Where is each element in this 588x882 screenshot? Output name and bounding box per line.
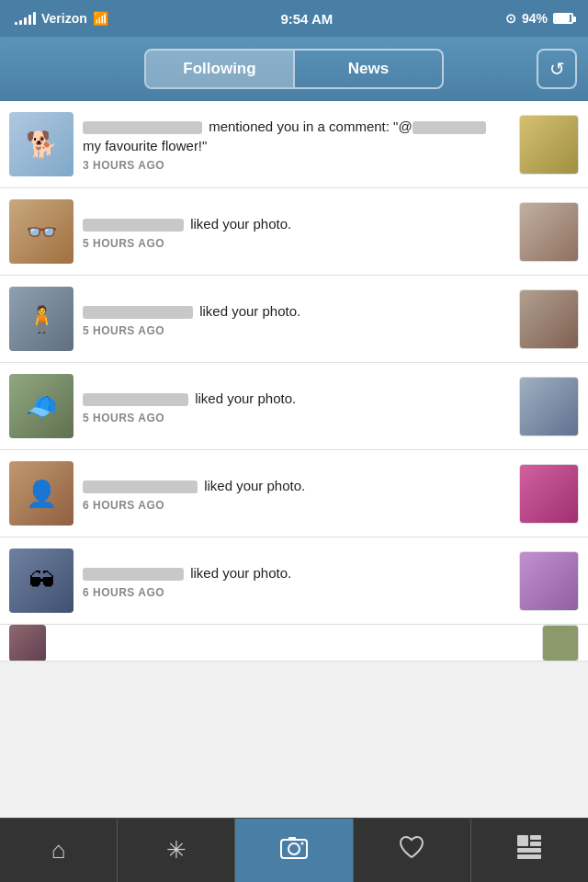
notification-text: liked your photo. xyxy=(83,301,510,321)
status-left: Verizon 📶 xyxy=(15,11,108,26)
status-time: 9:54 AM xyxy=(280,11,333,27)
nav-home[interactable]: ⌂ xyxy=(0,819,117,882)
notification-item[interactable]: 🧢 liked your photo. 5 HOURS AGO xyxy=(0,363,588,450)
notification-content: mentioned you in a comment: "@ my favour… xyxy=(83,117,510,172)
username-blur xyxy=(83,219,184,232)
camera-icon xyxy=(279,832,309,868)
notification-item[interactable]: 🐕 mentioned you in a comment: "@ my favo… xyxy=(0,101,588,188)
notification-content: liked your photo. 5 HOURS AGO xyxy=(83,301,510,337)
bottom-nav: ⌂ ✳ xyxy=(0,818,588,882)
notification-text: liked your photo. xyxy=(83,476,510,495)
notification-feed: 🐕 mentioned you in a comment: "@ my favo… xyxy=(0,101,588,818)
photo-thumbnail[interactable] xyxy=(519,377,579,436)
photo-thumbnail[interactable] xyxy=(519,202,579,262)
explore-icon: ✳ xyxy=(166,836,187,865)
photo-thumbnail[interactable] xyxy=(519,289,579,349)
notification-text: mentioned you in a comment: "@ my favour… xyxy=(83,117,510,155)
nav-explore[interactable]: ✳ xyxy=(118,819,234,882)
notification-content: liked your photo. 6 HOURS AGO xyxy=(83,563,510,599)
carrier-label: Verizon xyxy=(41,11,87,26)
username-blur xyxy=(83,121,202,134)
nav-activity[interactable] xyxy=(354,819,470,882)
nav-camera[interactable] xyxy=(235,819,352,882)
battery-icon xyxy=(553,13,573,24)
username-blur-2 xyxy=(413,121,486,134)
notification-text: liked your photo. xyxy=(83,563,510,582)
notification-text: liked your photo. xyxy=(83,389,510,408)
profile-icon xyxy=(515,833,543,867)
notification-item[interactable]: 🧍 liked your photo. 5 HOURS AGO xyxy=(0,276,588,363)
refresh-icon: ↺ xyxy=(549,58,565,80)
photo-thumbnail[interactable] xyxy=(519,464,579,524)
heart-icon xyxy=(398,833,425,867)
svg-rect-7 xyxy=(517,848,541,853)
tab-group: Following News xyxy=(144,49,444,89)
notification-timestamp: 3 HOURS AGO xyxy=(83,159,510,172)
notification-timestamp: 5 HOURS AGO xyxy=(83,324,510,337)
avatar xyxy=(9,625,46,662)
refresh-button[interactable]: ↺ xyxy=(537,49,577,89)
notification-timestamp: 6 HOURS AGO xyxy=(83,586,510,599)
svg-point-3 xyxy=(301,842,304,845)
avatar: 🧍 xyxy=(9,287,74,351)
notification-item[interactable] xyxy=(0,625,588,662)
notification-timestamp: 5 HOURS AGO xyxy=(83,237,510,250)
avatar: 🧢 xyxy=(9,374,74,438)
avatar: 👓 xyxy=(9,199,74,264)
header: Following News ↺ xyxy=(0,37,588,101)
username-blur xyxy=(83,306,193,319)
notification-text: liked your photo. xyxy=(83,214,510,233)
username-blur xyxy=(83,393,188,406)
notification-item[interactable]: 👓 liked your photo. 5 HOURS AGO xyxy=(0,188,588,276)
nav-profile[interactable] xyxy=(471,819,588,882)
tab-following[interactable]: Following xyxy=(146,51,293,87)
svg-rect-6 xyxy=(530,842,541,846)
username-blur xyxy=(83,481,198,493)
notification-content: liked your photo. 5 HOURS AGO xyxy=(83,389,510,424)
tab-news[interactable]: News xyxy=(295,51,442,87)
svg-point-1 xyxy=(288,843,300,854)
avatar: 👤 xyxy=(9,461,74,526)
photo-thumbnail[interactable] xyxy=(519,551,579,611)
battery-percent: 94% xyxy=(522,11,548,26)
photo-thumbnail[interactable] xyxy=(519,115,579,175)
avatar: 🕶 xyxy=(9,548,74,613)
svg-rect-2 xyxy=(288,837,296,841)
notification-content: liked your photo. 6 HOURS AGO xyxy=(83,476,510,512)
status-bar: Verizon 📶 9:54 AM ⊙ 94% xyxy=(0,0,588,37)
status-right: ⊙ 94% xyxy=(505,11,573,26)
notification-content: liked your photo. 5 HOURS AGO xyxy=(83,214,510,250)
home-icon: ⌂ xyxy=(51,836,66,865)
lock-icon: ⊙ xyxy=(505,11,516,26)
wifi-icon: 📶 xyxy=(93,11,108,26)
svg-rect-4 xyxy=(517,835,528,846)
photo-thumbnail xyxy=(542,625,579,662)
svg-rect-8 xyxy=(517,854,541,859)
svg-rect-5 xyxy=(530,835,541,840)
notification-timestamp: 5 HOURS AGO xyxy=(83,412,510,424)
signal-icon xyxy=(15,12,36,25)
notification-timestamp: 6 HOURS AGO xyxy=(83,499,510,512)
avatar: 🐕 xyxy=(9,112,74,176)
notification-item[interactable]: 🕶 liked your photo. 6 HOURS AGO xyxy=(0,537,588,625)
username-blur xyxy=(83,568,184,581)
notification-item[interactable]: 👤 liked your photo. 6 HOURS AGO xyxy=(0,450,588,537)
